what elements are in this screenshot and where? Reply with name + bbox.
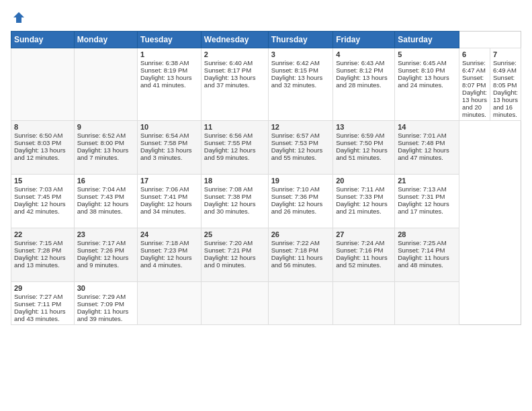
- calendar-cell: 30 Sunrise: 7:29 AM Sunset: 7:09 PM Dayl…: [74, 282, 137, 325]
- day-number: 15: [14, 177, 71, 185]
- day-number: 24: [140, 230, 198, 238]
- daylight-text: Daylight: 12 hours and 51 minutes.: [336, 146, 388, 161]
- calendar-cell: 16 Sunrise: 7:04 AM Sunset: 7:43 PM Dayl…: [74, 175, 137, 228]
- sunset-text: Sunset: 7:45 PM: [14, 193, 61, 200]
- sunrise-text: Sunrise: 7:10 AM: [271, 185, 320, 193]
- sunrise-text: Sunrise: 7:17 AM: [77, 239, 126, 246]
- calendar-cell: 21 Sunrise: 7:13 AM Sunset: 7:31 PM Dayl…: [395, 175, 459, 228]
- day-number: 3: [271, 50, 330, 58]
- calendar-cell: [333, 282, 395, 325]
- day-number: 16: [77, 177, 134, 185]
- sunset-text: Sunset: 7:48 PM: [398, 139, 445, 146]
- calendar-cell: 23 Sunrise: 7:17 AM Sunset: 7:26 PM Dayl…: [74, 228, 137, 282]
- sunset-text: Sunset: 7:36 PM: [271, 193, 318, 200]
- daylight-text: Daylight: 12 hours and 4 minutes.: [140, 254, 192, 269]
- day-number: 19: [271, 177, 330, 185]
- calendar-cell: [395, 282, 459, 325]
- daylight-text: Daylight: 11 hours and 43 minutes.: [14, 308, 66, 322]
- sunset-text: Sunset: 7:41 PM: [140, 193, 187, 200]
- sunset-text: Sunset: 7:26 PM: [77, 246, 124, 254]
- sunset-text: Sunset: 7:14 PM: [398, 246, 445, 254]
- logo-icon: [12, 11, 26, 24]
- calendar-cell: 28 Sunrise: 7:25 AM Sunset: 7:14 PM Dayl…: [395, 228, 459, 282]
- day-number: 27: [336, 230, 392, 238]
- daylight-text: Daylight: 12 hours and 38 minutes.: [77, 200, 129, 215]
- calendar-cell: [268, 282, 333, 325]
- svg-marker-0: [13, 12, 24, 23]
- calendar-cell: [74, 48, 137, 121]
- sunset-text: Sunset: 7:09 PM: [77, 300, 124, 308]
- day-number: 7: [493, 50, 518, 58]
- sunrise-text: Sunrise: 6:50 AM: [14, 132, 62, 139]
- day-header-monday: Monday: [74, 32, 137, 48]
- sunrise-text: Sunrise: 7:22 AM: [271, 239, 320, 246]
- calendar-cell: 15 Sunrise: 7:03 AM Sunset: 7:45 PM Dayl…: [11, 175, 75, 228]
- day-number: 11: [204, 123, 265, 131]
- sunset-text: Sunset: 7:58 PM: [140, 139, 187, 146]
- page: SundayMondayTuesdayWednesdayThursdayFrid…: [0, 0, 532, 411]
- sunset-text: Sunset: 7:28 PM: [14, 246, 61, 254]
- calendar-week-2: 8 Sunrise: 6:50 AM Sunset: 8:03 PM Dayli…: [11, 121, 521, 175]
- calendar-cell: 11 Sunrise: 6:56 AM Sunset: 7:55 PM Dayl…: [201, 121, 268, 175]
- sunset-text: Sunset: 7:50 PM: [336, 139, 383, 146]
- calendar: SundayMondayTuesdayWednesdayThursdayFrid…: [11, 31, 521, 325]
- daylight-text: Daylight: 12 hours and 30 minutes.: [204, 200, 256, 215]
- calendar-cell: 1 Sunrise: 6:38 AM Sunset: 8:19 PM Dayli…: [137, 48, 201, 121]
- sunset-text: Sunset: 7:16 PM: [336, 246, 383, 254]
- calendar-cell: 17 Sunrise: 7:06 AM Sunset: 7:41 PM Dayl…: [137, 175, 201, 228]
- daylight-text: Daylight: 13 hours and 32 minutes.: [271, 74, 323, 89]
- calendar-cell: 6 Sunrise: 6:47 AM Sunset: 8:07 PM Dayli…: [459, 48, 490, 121]
- calendar-cell: [201, 282, 268, 325]
- calendar-cell: 9 Sunrise: 6:52 AM Sunset: 8:00 PM Dayli…: [74, 121, 137, 175]
- calendar-cell: 19 Sunrise: 7:10 AM Sunset: 7:36 PM Dayl…: [268, 175, 333, 228]
- sunset-text: Sunset: 7:55 PM: [204, 139, 251, 146]
- calendar-cell: 4 Sunrise: 6:43 AM Sunset: 8:12 PM Dayli…: [333, 48, 395, 121]
- sunset-text: Sunset: 8:19 PM: [140, 66, 187, 74]
- day-header-wednesday: Wednesday: [201, 32, 268, 48]
- daylight-text: Daylight: 11 hours and 39 minutes.: [77, 308, 129, 322]
- day-number: 17: [140, 177, 198, 185]
- sunrise-text: Sunrise: 7:24 AM: [336, 239, 384, 246]
- sunrise-text: Sunrise: 6:43 AM: [336, 59, 384, 66]
- sunset-text: Sunset: 7:53 PM: [271, 139, 318, 146]
- calendar-cell: 13 Sunrise: 6:59 AM Sunset: 7:50 PM Dayl…: [333, 121, 395, 175]
- daylight-text: Daylight: 12 hours and 26 minutes.: [271, 200, 323, 215]
- calendar-cell: 8 Sunrise: 6:50 AM Sunset: 8:03 PM Dayli…: [11, 121, 75, 175]
- day-header-saturday: Saturday: [395, 32, 459, 48]
- daylight-text: Daylight: 11 hours and 56 minutes.: [271, 254, 323, 269]
- day-number: 26: [271, 230, 330, 238]
- sunrise-text: Sunrise: 7:18 AM: [140, 239, 189, 246]
- sunrise-text: Sunrise: 7:25 AM: [398, 239, 446, 246]
- daylight-text: Daylight: 12 hours and 34 minutes.: [140, 200, 192, 215]
- sunrise-text: Sunrise: 6:40 AM: [204, 59, 253, 66]
- daylight-text: Daylight: 11 hours and 48 minutes.: [398, 254, 449, 269]
- sunrise-text: Sunrise: 7:15 AM: [14, 239, 62, 246]
- daylight-text: Daylight: 12 hours and 21 minutes.: [336, 200, 388, 215]
- day-number: 22: [14, 230, 71, 238]
- calendar-cell: 20 Sunrise: 7:11 AM Sunset: 7:33 PM Dayl…: [333, 175, 395, 228]
- sunset-text: Sunset: 8:17 PM: [204, 66, 251, 74]
- daylight-text: Daylight: 13 hours and 41 minutes.: [140, 74, 192, 89]
- calendar-week-1: 1 Sunrise: 6:38 AM Sunset: 8:19 PM Dayli…: [11, 48, 521, 121]
- day-number: 9: [77, 123, 134, 131]
- daylight-text: Daylight: 12 hours and 9 minutes.: [77, 254, 129, 269]
- daylight-text: Daylight: 12 hours and 13 minutes.: [14, 254, 66, 269]
- sunrise-text: Sunrise: 7:29 AM: [77, 293, 126, 300]
- daylight-text: Daylight: 11 hours and 52 minutes.: [336, 254, 388, 269]
- daylight-text: Daylight: 13 hours and 12 minutes.: [14, 146, 66, 161]
- sunrise-text: Sunrise: 6:47 AM: [462, 59, 486, 74]
- sunset-text: Sunset: 7:11 PM: [14, 300, 61, 308]
- day-header-sunday: Sunday: [11, 32, 75, 48]
- sunset-text: Sunset: 8:10 PM: [398, 66, 445, 74]
- calendar-cell: 29 Sunrise: 7:27 AM Sunset: 7:11 PM Dayl…: [11, 282, 75, 325]
- sunrise-text: Sunrise: 7:11 AM: [336, 185, 384, 193]
- day-number: 18: [204, 177, 265, 185]
- daylight-text: Daylight: 13 hours and 16 minutes.: [493, 89, 518, 118]
- day-number: 1: [140, 50, 198, 58]
- day-number: 10: [140, 123, 198, 131]
- sunrise-text: Sunrise: 6:49 AM: [493, 59, 517, 74]
- logo: [11, 11, 26, 24]
- day-header-thursday: Thursday: [268, 32, 333, 48]
- calendar-cell: 10 Sunrise: 6:54 AM Sunset: 7:58 PM Dayl…: [137, 121, 201, 175]
- sunset-text: Sunset: 8:07 PM: [462, 74, 486, 89]
